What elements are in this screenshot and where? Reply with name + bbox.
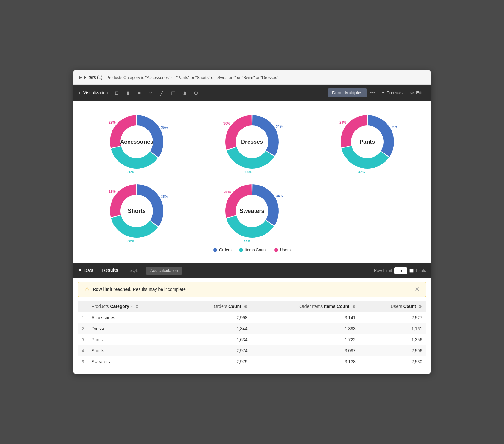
chart-shorts: 35%36%29%Shorts (105, 180, 168, 242)
warning-bold: Row limit reached. (93, 287, 132, 292)
viz-label: ▼ Visualization (78, 90, 108, 95)
col-items: Order Items Items Count ⚙ (251, 301, 359, 312)
bar-chart-icon[interactable]: ▮ (123, 88, 133, 98)
tab-sql[interactable]: SQL (124, 266, 143, 275)
chart-sweaters: 34%36%29%Sweaters (221, 180, 283, 242)
svg-text:36%: 36% (128, 170, 134, 173)
donut-center-label: Accessories (120, 139, 153, 145)
legend-item-orders: Orders (213, 247, 232, 252)
tab-results[interactable]: Results (97, 266, 123, 275)
legend-dot (239, 248, 243, 252)
svg-text:36%: 36% (128, 239, 134, 242)
filter-toggle[interactable]: ▶ Filters (1) (79, 75, 102, 80)
warning-banner: ⚠ Row limit reached. Results may be inco… (78, 282, 426, 297)
cell-users: 2,506 (359, 345, 426, 356)
map-icon[interactable]: ⊕ (191, 88, 201, 98)
row-limit-section: Row Limit Totals (374, 267, 426, 274)
edit-icon: ⚙ (410, 90, 414, 95)
data-section-label: ▼ Data (78, 268, 93, 273)
cell-category: Sweaters (88, 356, 181, 367)
data-toolbar: ▼ Data Results SQL Add calculation Row L… (73, 263, 431, 278)
area-chart-icon[interactable]: ◫ (168, 88, 178, 98)
legend-label: Orders (219, 247, 232, 252)
viz-arrow-icon: ▼ (78, 91, 81, 95)
charts-area: 35%36%29%Accessories34%36%30%Dresses35%3… (73, 101, 431, 263)
cell-users: 2,527 (359, 312, 426, 323)
table-row: 4 Shorts 2,974 3,097 2,506 (78, 345, 426, 356)
results-table: Products Category ↑ ⚙ Orders Count ⚙ Ord… (78, 301, 426, 367)
svg-text:29%: 29% (224, 190, 231, 194)
list-icon[interactable]: ≡ (134, 88, 144, 98)
charts-grid: 35%36%29%Accessories34%36%30%Dresses35%3… (85, 110, 419, 242)
legend-item-items-count: Items Count (239, 247, 267, 252)
row-limit-input[interactable] (394, 267, 407, 274)
col-orders-gear-icon[interactable]: ⚙ (244, 304, 248, 309)
edit-button[interactable]: ⚙ Edit (408, 89, 426, 97)
add-calculation-button[interactable]: Add calculation (146, 267, 182, 275)
forecast-button[interactable]: 〜 Forecast (378, 89, 406, 97)
totals-checkbox[interactable] (409, 269, 414, 273)
col-category-gear-icon[interactable]: ⚙ (135, 304, 139, 309)
donut-center-label: Pants (359, 139, 375, 145)
cell-items: 3,138 (251, 356, 359, 367)
cell-items: 1,722 (251, 334, 359, 345)
table-row: 3 Pants 1,634 1,722 1,356 (78, 334, 426, 345)
warning-content: ⚠ Row limit reached. Results may be inco… (85, 286, 186, 293)
col-users-gear-icon[interactable]: ⚙ (419, 304, 422, 309)
svg-text:37%: 37% (358, 170, 365, 173)
pie-chart-icon[interactable]: ◑ (179, 88, 189, 98)
table-body: 1 Accessories 2,998 3,141 2,527 2 Dresse… (78, 312, 426, 367)
cell-items: 3,141 (251, 312, 359, 323)
forecast-label: Forecast (386, 90, 403, 95)
chart-dresses: 34%36%30%Dresses (221, 110, 283, 173)
legend: OrdersItems CountUsers (85, 242, 419, 260)
cell-items: 3,097 (251, 345, 359, 356)
main-container: ▶ Filters (1) Products Category is "Acce… (73, 70, 431, 374)
line-chart-icon[interactable]: ╱ (157, 88, 167, 98)
viz-toolbar: ▼ Visualization ⊞ ▮ ≡ ⁘ ╱ ◫ ◑ ⊕ Donut Mu… (73, 85, 431, 101)
viz-label-text: Visualization (83, 90, 108, 95)
svg-text:30%: 30% (223, 121, 230, 125)
data-label-text: Data (84, 268, 94, 273)
table-icon[interactable]: ⊞ (112, 88, 122, 98)
cell-items: 1,393 (251, 323, 359, 334)
more-options-icon[interactable]: ••• (370, 90, 375, 96)
table-container: Products Category ↑ ⚙ Orders Count ⚙ Ord… (73, 301, 431, 374)
cell-users: 2,530 (359, 356, 426, 367)
col-orders: Orders Count ⚙ (181, 301, 251, 312)
svg-text:35%: 35% (391, 125, 398, 129)
col-items-gear-icon[interactable]: ⚙ (352, 304, 356, 309)
warning-icon: ⚠ (85, 286, 90, 293)
donut-sweaters: 34%36%29%Sweaters (221, 180, 283, 242)
scatter-icon[interactable]: ⁘ (145, 88, 156, 98)
active-chart-label[interactable]: Donut Multiples (328, 88, 367, 97)
totals-section: Totals (409, 268, 426, 273)
table-row: 1 Accessories 2,998 3,141 2,527 (78, 312, 426, 323)
cell-category: Accessories (88, 312, 181, 323)
cell-users: 1,356 (359, 334, 426, 345)
chart-accessories: 35%36%29%Accessories (105, 110, 168, 173)
svg-text:29%: 29% (339, 120, 346, 124)
chart-pants: 35%37%29%Pants (336, 110, 399, 173)
donut-center-label: Shorts (128, 208, 146, 214)
donut-dresses: 34%36%30%Dresses (221, 110, 283, 173)
svg-text:35%: 35% (161, 195, 168, 198)
row-num-header (78, 301, 88, 312)
cell-orders: 2,998 (181, 312, 251, 323)
sort-icon[interactable]: ↑ (131, 305, 133, 308)
row-number: 5 (78, 356, 88, 367)
warning-text: Row limit reached. Results may be incomp… (93, 287, 186, 292)
cell-orders: 1,634 (181, 334, 251, 345)
donut-pants: 35%37%29%Pants (336, 110, 399, 173)
legend-label: Users (280, 247, 291, 252)
cell-orders: 1,344 (181, 323, 251, 334)
edit-label: Edit (416, 90, 424, 95)
warning-normal: Results may be incomplete (133, 287, 186, 292)
legend-label: Items Count (245, 247, 267, 252)
row-number: 3 (78, 334, 88, 345)
svg-text:35%: 35% (161, 125, 168, 129)
warning-close-button[interactable]: ✕ (415, 286, 419, 293)
table-header: Products Category ↑ ⚙ Orders Count ⚙ Ord… (78, 301, 426, 312)
forecast-icon: 〜 (380, 90, 385, 96)
col-users: Users Count ⚙ (359, 301, 426, 312)
